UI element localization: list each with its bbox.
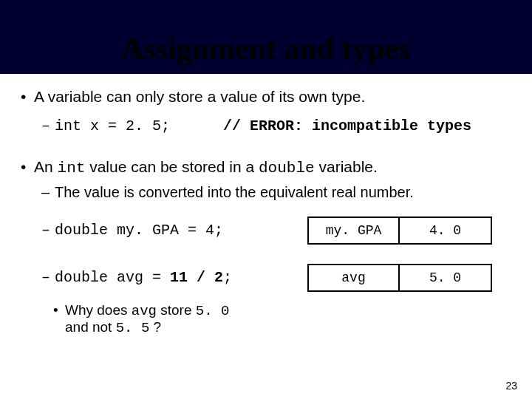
slide-title: Assignment and types (0, 31, 532, 66)
inline-code-int: int (58, 160, 86, 177)
code-int-decl: int x = 2. 5; (55, 117, 170, 134)
var-value-gpa: 4. 0 (400, 216, 492, 245)
text-fragment: store (157, 302, 196, 318)
bullet-converted: The value is converted into the equivale… (41, 183, 517, 202)
code-avg-decl: double avg = (55, 269, 170, 286)
inline-code-avg: avg (132, 303, 157, 319)
code-avg: double avg = 11 / 2; (41, 269, 307, 286)
code-avg-semi: ; (223, 269, 232, 286)
var-value-avg: 5. 0 (400, 264, 492, 292)
row-avg: double avg = 11 / 2; avg 5. 0 (41, 264, 517, 292)
code-avg-expr: 11 / 2 (170, 269, 223, 286)
page-number: 23 (505, 380, 517, 392)
var-box-gpa: my. GPA 4. 0 (307, 216, 492, 245)
code-int-assign: int x = 2. 5; // ERROR: incompatible typ… (41, 117, 517, 135)
inline-code-double: double (259, 160, 315, 177)
code-error-comment: // ERROR: incompatible types (223, 117, 471, 134)
var-box-avg: avg 5. 0 (307, 264, 492, 292)
text-fragment: ? (149, 319, 161, 335)
bullet-int-in-double: An int value can be stored in a double v… (21, 157, 517, 178)
text-fragment: value can be stored in a (85, 158, 259, 175)
text-fragment: and not (65, 319, 116, 335)
bullet-variable-type: A variable can only store a value of its… (21, 87, 517, 106)
text-fragment: An (34, 158, 58, 175)
inline-code-five: 5. 0 (196, 303, 230, 319)
slide-body: A variable can only store a value of its… (0, 80, 532, 340)
text-fragment: Why does (65, 302, 132, 318)
text-fragment: variable. (315, 158, 378, 175)
bullet-why: Why does avg store 5. 0 and not 5. 5 ? (53, 302, 245, 338)
var-name-avg: avg (307, 264, 400, 292)
inline-code-five-five: 5. 5 (116, 320, 150, 336)
var-name-gpa: my. GPA (307, 216, 400, 245)
code-gpa: double my. GPA = 4; (41, 222, 307, 239)
row-gpa: double my. GPA = 4; my. GPA 4. 0 (41, 216, 517, 245)
